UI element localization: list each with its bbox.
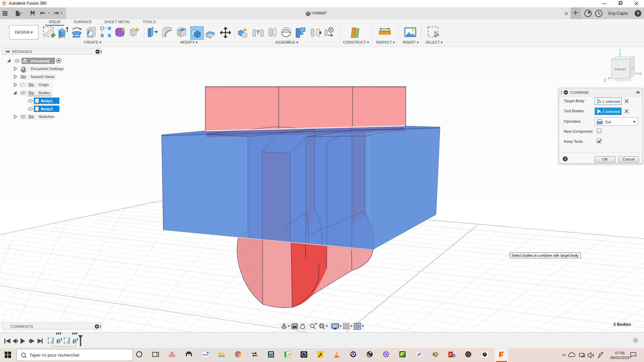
- svg-text:Sketches: Sketches: [39, 115, 55, 119]
- svg-text:Taper ici pour rechercher: Taper ici pour rechercher: [30, 353, 80, 358]
- svg-text:FRONT: FRONT: [614, 67, 626, 71]
- svg-text:08/02/2020: 08/02/2020: [610, 356, 630, 360]
- svg-text:RT: RT: [631, 67, 634, 69]
- svg-text:COMBINE: COMBINE: [570, 90, 589, 95]
- svg-text:?: ?: [637, 11, 639, 16]
- svg-text:Document Settings: Document Settings: [31, 67, 63, 71]
- svg-text:Named Views: Named Views: [31, 75, 55, 79]
- svg-text:2 Bodies: 2 Bodies: [613, 322, 631, 327]
- svg-text:07:56: 07:56: [615, 351, 625, 355]
- svg-text:COMMENTS: COMMENTS: [10, 324, 33, 328]
- svg-text:X: X: [639, 72, 642, 76]
- svg-text:Body1: Body1: [41, 99, 53, 103]
- svg-text:(Unsaved): (Unsaved): [31, 59, 50, 63]
- svg-text:Cut: Cut: [605, 120, 611, 124]
- svg-text:1 selected: 1 selected: [602, 110, 620, 114]
- svg-text:Origin: Origin: [39, 83, 49, 87]
- svg-text:1 selected: 1 selected: [602, 100, 620, 104]
- svg-text:FAX: FAX: [203, 353, 208, 356]
- svg-text:Body2: Body2: [41, 107, 53, 111]
- svg-text:Bodies: Bodies: [39, 91, 50, 95]
- svg-text:i: i: [565, 157, 566, 161]
- svg-text:Y: Y: [619, 49, 621, 52]
- svg-text:Z: Z: [604, 79, 606, 82]
- svg-text:F: F: [449, 353, 452, 357]
- svg-text:Select bodies to combine with: Select bodies to combine with target bod…: [512, 253, 579, 257]
